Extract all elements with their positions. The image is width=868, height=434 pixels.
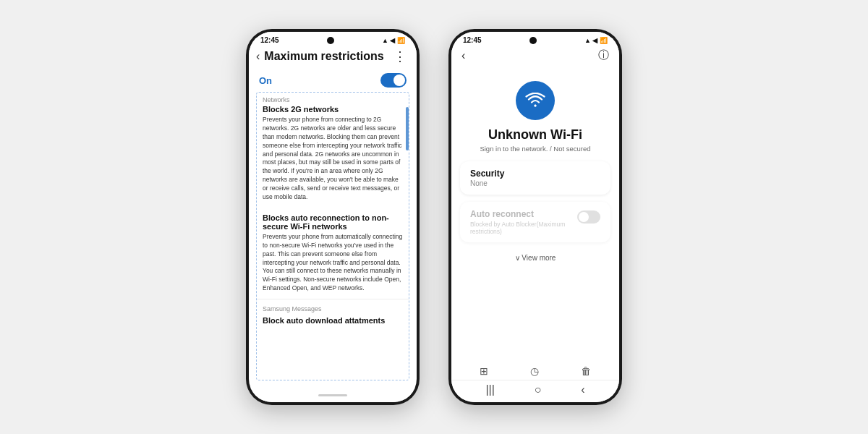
block-wifi-title: Blocks auto reconnection to non-secure W… (263, 213, 403, 231)
wifi-icon (525, 93, 545, 109)
status-bar-1: 12:45 ▲ ◀ 📶 (249, 32, 417, 44)
status-icons-2: ▲ ◀ 📶 (584, 37, 608, 44)
more-button-1[interactable]: ⋮ (393, 48, 407, 64)
section-label-networks: Networks (257, 93, 409, 105)
scroll-thumb-1 (406, 107, 409, 150)
block-2g-networks: Blocks 2G networks Prevents your phone f… (257, 105, 409, 208)
bottom-bar-1 (249, 388, 417, 402)
svg-point-0 (535, 105, 537, 107)
wifi-circle (516, 81, 555, 120)
phone-1: 12:45 ▲ ◀ 📶 ‹ Maximum restrictions ⋮ On … (246, 29, 420, 405)
auto-reconnect-row: Auto reconnect Blocked by Auto Blocker(M… (470, 209, 600, 235)
toggle-label-1: On (259, 75, 272, 86)
security-value: None (470, 179, 600, 187)
phone-1-header: ‹ Maximum restrictions ⋮ (249, 44, 417, 69)
phone-2-header: ‹ ⓘ (451, 44, 619, 67)
auto-reconnect-card: Auto reconnect Blocked by Auto Blocker(M… (460, 202, 610, 242)
network-subtitle: Sign in to the network. / Not secured (451, 142, 619, 161)
info-button-2[interactable]: ⓘ (598, 48, 609, 62)
auto-reconnect-sub: Blocked by Auto Blocker(Maximum restrict… (470, 221, 577, 235)
bottom-line-1 (318, 394, 347, 396)
share-icon[interactable]: ◷ (530, 365, 539, 377)
wifi-icon-container (451, 67, 619, 127)
phone-2-screen: 12:45 ▲ ◀ 📶 ‹ ⓘ Unknown Wi-Fi Sign i (451, 32, 619, 402)
auto-reconnect-toggle[interactable] (577, 210, 600, 224)
back-gesture[interactable]: ‹ (581, 383, 584, 396)
home-gesture[interactable]: ○ (535, 383, 542, 396)
bottom-nav-icons: ⊞ ◷ 🗑 (451, 365, 619, 380)
scrollable-content-1: Networks Blocks 2G networks Prevents you… (256, 92, 409, 380)
toggle-switch-1[interactable] (380, 73, 407, 88)
block-wifi-text: Prevents your phone from automatically c… (263, 233, 403, 293)
section-label-samsung: Samsung Messages (257, 299, 409, 314)
delete-icon[interactable]: 🗑 (581, 365, 591, 377)
status-bar-2: 12:45 ▲ ◀ 📶 (451, 32, 619, 44)
bottom-nav-2: ⊞ ◷ 🗑 ||| ○ ‹ (451, 361, 619, 402)
status-icons-1: ▲ ◀ 📶 (382, 37, 405, 44)
menu-gesture[interactable]: ||| (485, 383, 494, 396)
notch-1 (327, 37, 334, 44)
notch-2 (529, 37, 537, 44)
back-button-2[interactable]: ‹ (461, 49, 465, 62)
network-name: Unknown Wi-Fi (451, 127, 619, 142)
back-button-1[interactable]: ‹ (256, 50, 260, 63)
qr-icon[interactable]: ⊞ (480, 365, 488, 377)
security-card: Security None (460, 161, 610, 195)
phone-2: 12:45 ▲ ◀ 📶 ‹ ⓘ Unknown Wi-Fi Sign i (448, 29, 622, 405)
toggle-row-1: On (249, 69, 417, 92)
auto-reconnect-text: Auto reconnect Blocked by Auto Blocker(M… (470, 209, 577, 235)
block-wifi-reconnect: Blocks auto reconnection to non-secure W… (257, 213, 409, 299)
view-more-button[interactable]: ∨ View more (451, 250, 619, 269)
block-2g-text: Prevents your phone from connecting to 2… (263, 116, 403, 202)
phone-1-screen: 12:45 ▲ ◀ 📶 ‹ Maximum restrictions ⋮ On … (249, 32, 417, 402)
status-time-2: 12:45 (463, 36, 482, 44)
status-time-1: 12:45 (260, 36, 279, 44)
bottom-gesture-bar: ||| ○ ‹ (451, 380, 619, 396)
block-download-title: Block auto download attatments (257, 314, 409, 327)
page-title-1: Maximum restrictions (264, 50, 393, 63)
block-2g-title: Blocks 2G networks (263, 105, 403, 114)
view-more-label: ∨ View more (515, 254, 556, 262)
security-label: Security (470, 169, 600, 179)
auto-reconnect-title: Auto reconnect (470, 209, 577, 219)
